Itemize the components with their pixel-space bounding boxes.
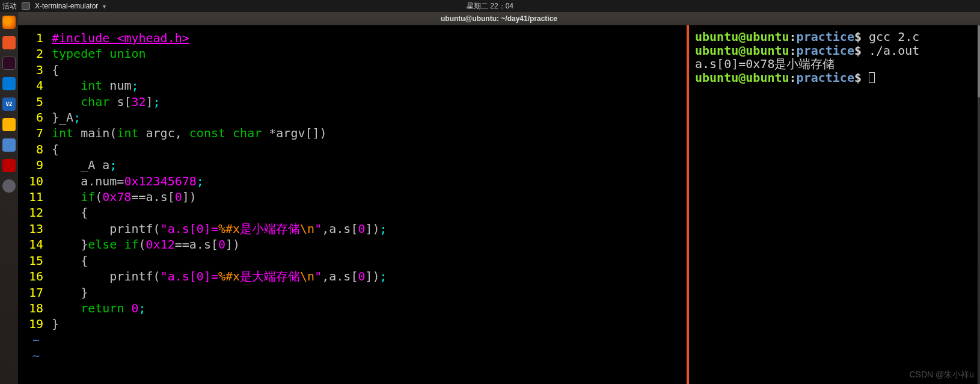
terminal-split-container: 1#include <myhead.h>2typedef union3{4 in… xyxy=(18,25,980,384)
line-number: 4 xyxy=(25,78,43,93)
geany-icon[interactable] xyxy=(2,118,16,131)
code-content: printf("a.s[0]=%#x是小端存储\n",a.s[0]); xyxy=(52,221,387,237)
code-line: 18 return 0; xyxy=(25,300,687,316)
line-number: 19 xyxy=(25,316,43,332)
vscode-icon[interactable] xyxy=(2,77,16,90)
vim-editor-pane[interactable]: 1#include <myhead.h>2typedef union3{4 in… xyxy=(18,25,687,384)
firefox-icon[interactable] xyxy=(2,16,16,29)
app-menu[interactable]: X-terminal-emulator xyxy=(35,2,98,10)
code-line: 15 { xyxy=(25,253,687,268)
code-line: 17 } xyxy=(25,285,687,300)
vim-tilde: ~ xyxy=(25,348,687,364)
code-line: 10 a.num=0x12345678; xyxy=(25,173,687,189)
code-line: 1#include <myhead.h> xyxy=(25,30,687,46)
vnc-icon[interactable]: V2 xyxy=(2,98,16,111)
terminal-icon xyxy=(22,2,30,10)
code-content: { xyxy=(52,253,88,268)
line-number: 10 xyxy=(25,173,43,189)
code-content: #include <myhead.h> xyxy=(52,30,189,46)
cursor xyxy=(869,72,875,83)
code-line: 11 if(0x78==a.s[0]) xyxy=(25,189,687,205)
code-content: } xyxy=(52,316,59,332)
shell-output-line: a.s[0]=0x78是小端存储 xyxy=(695,57,975,71)
vim-tilde: ~ xyxy=(25,332,687,348)
code-line: 16 printf("a.s[0]=%#x是大端存储\n",a.s[0]); xyxy=(25,268,687,284)
code-content: printf("a.s[0]=%#x是大端存储\n",a.s[0]); xyxy=(52,268,387,284)
activities-button[interactable]: 活动 xyxy=(2,1,17,11)
line-number: 5 xyxy=(25,94,43,110)
watermark-label: CSDN @朱小祥u xyxy=(909,370,974,380)
window-title-bar[interactable]: ubuntu@ubuntu: ~/day41/practice xyxy=(18,12,980,25)
code-content: typedef union xyxy=(52,46,146,61)
line-number: 9 xyxy=(25,157,43,173)
code-line: 3{ xyxy=(25,62,687,78)
code-content: } xyxy=(52,285,88,300)
line-number: 2 xyxy=(25,46,43,61)
files-icon[interactable] xyxy=(2,36,16,49)
code-line: 12 { xyxy=(25,205,687,220)
line-number: 17 xyxy=(25,285,43,300)
shell-prompt-line: ubuntu@ubuntu:practice$ xyxy=(695,71,975,85)
gnome-dock: V2 xyxy=(0,12,18,384)
code-line: 2typedef union xyxy=(25,46,687,61)
chevron-down-icon: ▾ xyxy=(103,3,106,10)
code-content: char s[32]; xyxy=(52,94,161,110)
code-line: 14 }else if(0x12==a.s[0]) xyxy=(25,237,687,252)
code-content: { xyxy=(52,62,59,78)
code-line: 13 printf("a.s[0]=%#x是小端存储\n",a.s[0]); xyxy=(25,221,687,237)
line-number: 7 xyxy=(25,125,43,141)
gnome-top-panel: 活动 X-terminal-emulator ▾ 星期二 22：04 xyxy=(0,0,980,12)
line-number: 12 xyxy=(25,205,43,220)
window-title: ubuntu@ubuntu: ~/day41/practice xyxy=(441,14,557,23)
line-number: 16 xyxy=(25,268,43,284)
shell-prompt-line: ubuntu@ubuntu:practice$ gcc 2.c xyxy=(695,30,975,44)
help-icon[interactable] xyxy=(2,159,16,172)
updates-icon[interactable] xyxy=(2,179,16,193)
line-number: 11 xyxy=(25,189,43,205)
scrollbar[interactable] xyxy=(978,25,980,384)
terminal-app-icon[interactable] xyxy=(2,57,16,70)
line-number: 14 xyxy=(25,237,43,252)
code-content: int main(int argc, const char *argv[]) xyxy=(52,125,327,141)
code-line: 8{ xyxy=(25,141,687,157)
line-number: 15 xyxy=(25,253,43,268)
code-line: 7int main(int argc, const char *argv[]) xyxy=(25,125,687,141)
software-icon[interactable] xyxy=(2,138,16,152)
code-line: 19} xyxy=(25,316,687,332)
code-content: return 0; xyxy=(52,300,146,316)
code-content: a.num=0x12345678; xyxy=(52,173,204,189)
code-content: { xyxy=(52,205,88,220)
code-line: 9 _A a; xyxy=(25,157,687,173)
line-number: 13 xyxy=(25,221,43,237)
line-number: 6 xyxy=(25,110,43,125)
line-number: 3 xyxy=(25,62,43,78)
scrollbar-thumb[interactable] xyxy=(978,25,980,98)
code-line: 4 int num; xyxy=(25,78,687,93)
code-content: int num; xyxy=(52,78,139,93)
clock-label[interactable]: 星期二 22：04 xyxy=(467,1,513,11)
shell-pane[interactable]: ubuntu@ubuntu:practice$ gcc 2.cubuntu@ub… xyxy=(689,25,980,384)
shell-prompt-line: ubuntu@ubuntu:practice$ ./a.out xyxy=(695,44,975,58)
code-line: 6}_A; xyxy=(25,110,687,125)
code-line: 5 char s[32]; xyxy=(25,94,687,110)
code-content: _A a; xyxy=(52,157,117,173)
code-content: }else if(0x12==a.s[0]) xyxy=(52,237,240,252)
code-content: if(0x78==a.s[0]) xyxy=(52,189,197,205)
line-number: 18 xyxy=(25,300,43,316)
code-content: { xyxy=(52,141,59,157)
line-number: 1 xyxy=(25,30,43,46)
code-content: }_A; xyxy=(52,110,81,125)
line-number: 8 xyxy=(25,141,43,157)
